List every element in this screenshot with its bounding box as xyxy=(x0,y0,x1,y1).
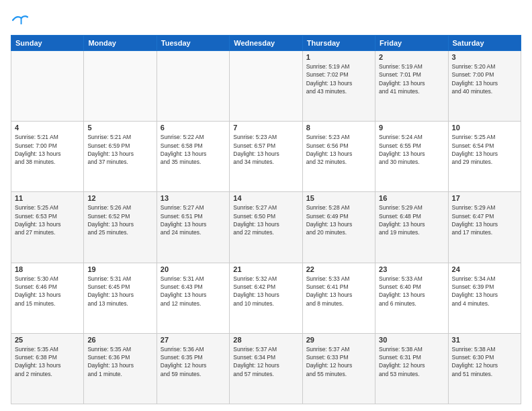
day-number: 16 xyxy=(379,194,444,202)
day-number: 29 xyxy=(306,336,371,344)
day-info: Sunrise: 5:34 AM Sunset: 6:39 PM Dayligh… xyxy=(452,275,517,308)
day-info: Sunrise: 5:24 AM Sunset: 6:55 PM Dayligh… xyxy=(379,133,444,166)
day-number: 20 xyxy=(161,265,226,273)
calendar-cell: 15Sunrise: 5:28 AM Sunset: 6:49 PM Dayli… xyxy=(302,192,375,263)
calendar-cell: 17Sunrise: 5:29 AM Sunset: 6:47 PM Dayli… xyxy=(448,192,521,263)
day-number: 13 xyxy=(161,194,226,202)
calendar-cell: 2Sunrise: 5:19 AM Sunset: 7:01 PM Daylig… xyxy=(375,51,448,122)
day-info: Sunrise: 5:35 AM Sunset: 6:36 PM Dayligh… xyxy=(87,345,152,378)
day-info: Sunrise: 5:33 AM Sunset: 6:40 PM Dayligh… xyxy=(379,275,444,308)
weekday-header-monday: Monday xyxy=(84,36,157,51)
calendar-cell: 13Sunrise: 5:27 AM Sunset: 6:51 PM Dayli… xyxy=(157,192,229,263)
calendar-cell: 18Sunrise: 5:30 AM Sunset: 6:46 PM Dayli… xyxy=(11,263,84,333)
calendar-cell: 16Sunrise: 5:29 AM Sunset: 6:48 PM Dayli… xyxy=(375,192,448,263)
logo-icon xyxy=(11,11,30,30)
page: SundayMondayTuesdayWednesdayThursdayFrid… xyxy=(0,0,532,411)
day-info: Sunrise: 5:23 AM Sunset: 6:57 PM Dayligh… xyxy=(233,133,298,166)
day-info: Sunrise: 5:30 AM Sunset: 6:46 PM Dayligh… xyxy=(15,275,80,308)
calendar-cell: 10Sunrise: 5:25 AM Sunset: 6:54 PM Dayli… xyxy=(448,122,521,192)
day-number: 25 xyxy=(15,336,80,344)
calendar-cell: 21Sunrise: 5:32 AM Sunset: 6:42 PM Dayli… xyxy=(230,263,302,333)
day-info: Sunrise: 5:35 AM Sunset: 6:38 PM Dayligh… xyxy=(15,345,80,378)
day-number: 15 xyxy=(306,194,371,202)
day-number: 8 xyxy=(306,124,371,132)
day-number: 17 xyxy=(452,194,517,202)
day-info: Sunrise: 5:25 AM Sunset: 6:53 PM Dayligh… xyxy=(15,203,80,236)
day-info: Sunrise: 5:22 AM Sunset: 6:58 PM Dayligh… xyxy=(161,133,226,166)
day-number: 9 xyxy=(379,124,444,132)
day-info: Sunrise: 5:37 AM Sunset: 6:33 PM Dayligh… xyxy=(306,345,371,378)
calendar-cell: 11Sunrise: 5:25 AM Sunset: 6:53 PM Dayli… xyxy=(11,192,84,263)
day-number: 24 xyxy=(452,265,517,273)
day-number: 22 xyxy=(306,265,371,273)
day-number: 12 xyxy=(87,194,152,202)
week-row-2: 4Sunrise: 5:21 AM Sunset: 7:00 PM Daylig… xyxy=(11,122,521,192)
day-info: Sunrise: 5:31 AM Sunset: 6:45 PM Dayligh… xyxy=(87,275,152,308)
calendar-cell: 4Sunrise: 5:21 AM Sunset: 7:00 PM Daylig… xyxy=(11,122,84,192)
week-row-3: 11Sunrise: 5:25 AM Sunset: 6:53 PM Dayli… xyxy=(11,192,521,263)
week-row-1: 1Sunrise: 5:19 AM Sunset: 7:02 PM Daylig… xyxy=(11,51,521,122)
day-info: Sunrise: 5:33 AM Sunset: 6:41 PM Dayligh… xyxy=(306,275,371,308)
day-number: 23 xyxy=(379,265,444,273)
calendar-cell: 3Sunrise: 5:20 AM Sunset: 7:00 PM Daylig… xyxy=(448,51,521,122)
calendar-cell: 22Sunrise: 5:33 AM Sunset: 6:41 PM Dayli… xyxy=(302,263,375,333)
calendar-cell: 25Sunrise: 5:35 AM Sunset: 6:38 PM Dayli… xyxy=(11,333,84,404)
header xyxy=(11,11,521,30)
day-info: Sunrise: 5:29 AM Sunset: 6:47 PM Dayligh… xyxy=(452,203,517,236)
day-number: 31 xyxy=(452,336,517,344)
calendar-cell: 7Sunrise: 5:23 AM Sunset: 6:57 PM Daylig… xyxy=(230,122,302,192)
calendar-cell: 30Sunrise: 5:38 AM Sunset: 6:31 PM Dayli… xyxy=(375,333,448,404)
calendar-cell: 20Sunrise: 5:31 AM Sunset: 6:43 PM Dayli… xyxy=(157,263,229,333)
day-info: Sunrise: 5:37 AM Sunset: 6:34 PM Dayligh… xyxy=(233,345,298,378)
day-number: 1 xyxy=(306,53,371,61)
day-info: Sunrise: 5:23 AM Sunset: 6:56 PM Dayligh… xyxy=(306,133,371,166)
calendar-cell xyxy=(84,51,157,122)
weekday-header-wednesday: Wednesday xyxy=(230,36,302,51)
day-number: 4 xyxy=(15,124,80,132)
logo xyxy=(11,11,32,30)
weekday-header-row: SundayMondayTuesdayWednesdayThursdayFrid… xyxy=(11,36,521,51)
day-info: Sunrise: 5:26 AM Sunset: 6:52 PM Dayligh… xyxy=(87,203,152,236)
day-info: Sunrise: 5:21 AM Sunset: 6:59 PM Dayligh… xyxy=(87,133,152,166)
day-number: 19 xyxy=(87,265,152,273)
calendar-cell: 12Sunrise: 5:26 AM Sunset: 6:52 PM Dayli… xyxy=(84,192,157,263)
day-info: Sunrise: 5:28 AM Sunset: 6:49 PM Dayligh… xyxy=(306,203,371,236)
day-info: Sunrise: 5:25 AM Sunset: 6:54 PM Dayligh… xyxy=(452,133,517,166)
day-info: Sunrise: 5:31 AM Sunset: 6:43 PM Dayligh… xyxy=(161,275,226,308)
calendar-cell: 14Sunrise: 5:27 AM Sunset: 6:50 PM Dayli… xyxy=(230,192,302,263)
calendar-cell: 19Sunrise: 5:31 AM Sunset: 6:45 PM Dayli… xyxy=(84,263,157,333)
day-number: 30 xyxy=(379,336,444,344)
calendar-cell: 8Sunrise: 5:23 AM Sunset: 6:56 PM Daylig… xyxy=(302,122,375,192)
day-info: Sunrise: 5:38 AM Sunset: 6:30 PM Dayligh… xyxy=(452,345,517,378)
weekday-header-sunday: Sunday xyxy=(11,36,84,51)
calendar-cell: 23Sunrise: 5:33 AM Sunset: 6:40 PM Dayli… xyxy=(375,263,448,333)
calendar-cell xyxy=(230,51,302,122)
day-number: 3 xyxy=(452,53,517,61)
weekday-header-thursday: Thursday xyxy=(302,36,375,51)
day-number: 14 xyxy=(233,194,298,202)
calendar-cell: 24Sunrise: 5:34 AM Sunset: 6:39 PM Dayli… xyxy=(448,263,521,333)
day-info: Sunrise: 5:27 AM Sunset: 6:50 PM Dayligh… xyxy=(233,203,298,236)
day-info: Sunrise: 5:19 AM Sunset: 7:01 PM Dayligh… xyxy=(379,62,444,95)
day-number: 7 xyxy=(233,124,298,132)
calendar-cell: 5Sunrise: 5:21 AM Sunset: 6:59 PM Daylig… xyxy=(84,122,157,192)
calendar-cell: 9Sunrise: 5:24 AM Sunset: 6:55 PM Daylig… xyxy=(375,122,448,192)
day-info: Sunrise: 5:38 AM Sunset: 6:31 PM Dayligh… xyxy=(379,345,444,378)
calendar-cell: 27Sunrise: 5:36 AM Sunset: 6:35 PM Dayli… xyxy=(157,333,229,404)
day-number: 21 xyxy=(233,265,298,273)
day-number: 28 xyxy=(233,336,298,344)
day-info: Sunrise: 5:20 AM Sunset: 7:00 PM Dayligh… xyxy=(452,62,517,95)
calendar-cell: 1Sunrise: 5:19 AM Sunset: 7:02 PM Daylig… xyxy=(302,51,375,122)
day-number: 26 xyxy=(87,336,152,344)
calendar-cell: 28Sunrise: 5:37 AM Sunset: 6:34 PM Dayli… xyxy=(230,333,302,404)
day-info: Sunrise: 5:21 AM Sunset: 7:00 PM Dayligh… xyxy=(15,133,80,166)
calendar-cell: 6Sunrise: 5:22 AM Sunset: 6:58 PM Daylig… xyxy=(157,122,229,192)
weekday-header-saturday: Saturday xyxy=(448,36,521,51)
day-number: 27 xyxy=(161,336,226,344)
calendar-cell: 29Sunrise: 5:37 AM Sunset: 6:33 PM Dayli… xyxy=(302,333,375,404)
week-row-4: 18Sunrise: 5:30 AM Sunset: 6:46 PM Dayli… xyxy=(11,263,521,333)
day-info: Sunrise: 5:27 AM Sunset: 6:51 PM Dayligh… xyxy=(161,203,226,236)
day-number: 6 xyxy=(161,124,226,132)
day-info: Sunrise: 5:19 AM Sunset: 7:02 PM Dayligh… xyxy=(306,62,371,95)
weekday-header-tuesday: Tuesday xyxy=(157,36,229,51)
